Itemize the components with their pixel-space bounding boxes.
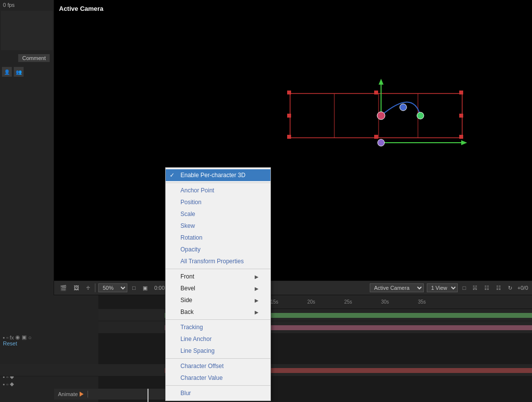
menu-item-bevel[interactable]: Bevel ▶ <box>166 282 270 294</box>
view-option-btn3[interactable]: ☷ <box>482 284 491 292</box>
view-option-btn4[interactable]: ☷ <box>494 284 503 292</box>
svg-point-19 <box>378 139 384 146</box>
svg-rect-5 <box>459 91 463 94</box>
comment-button[interactable]: Comment <box>18 54 50 62</box>
svg-point-17 <box>400 104 407 111</box>
reset-row-1: Reset <box>0 340 165 347</box>
menu-item-line-spacing[interactable]: Line Spacing <box>166 345 270 357</box>
toolbar-divider-1 <box>95 283 95 292</box>
svg-rect-7 <box>459 135 463 139</box>
crop-icon-btn[interactable]: ▣ <box>141 284 149 292</box>
reset-button-1[interactable]: Reset <box>0 340 165 347</box>
menu-item-tracking[interactable]: Tracking <box>166 321 270 333</box>
group-icon[interactable]: 👥 <box>14 67 24 77</box>
svg-point-18 <box>417 112 424 119</box>
menu-item-back[interactable]: Back ▶ <box>166 306 270 318</box>
bevel-submenu-arrow: ▶ <box>255 286 259 291</box>
menu-separator-4 <box>166 358 270 359</box>
exposure-display: +0/0 <box>517 285 528 291</box>
view-option-btn2[interactable]: ☵ <box>471 284 479 292</box>
layer3-icon-3: ◆ <box>10 381 14 387</box>
menu-separator-3 <box>166 319 270 320</box>
viewport-camera-label: Active Camera <box>59 5 103 12</box>
menu-item-position[interactable]: Position <box>166 196 270 208</box>
fps-display: 0 fps <box>0 0 54 10</box>
playhead <box>148 389 148 402</box>
menu-separator-5 <box>166 385 270 386</box>
svg-rect-4 <box>287 91 291 94</box>
time-mark-35s: 35s <box>418 299 426 305</box>
svg-point-16 <box>377 112 385 120</box>
menu-item-side[interactable]: Side ▶ <box>166 294 270 306</box>
person-icon[interactable]: 👤 <box>2 67 12 77</box>
menu-item-blur[interactable]: Blur <box>166 387 270 399</box>
time-mark-25s: 25s <box>344 299 352 305</box>
view-count-select[interactable]: 1 View <box>427 283 458 292</box>
svg-marker-15 <box>461 140 467 145</box>
menu-item-scale[interactable]: Scale <box>166 208 270 220</box>
svg-marker-13 <box>379 79 384 85</box>
view-option-btn1[interactable]: □ <box>461 284 468 292</box>
context-menu: Enable Per-character 3D Anchor Point Pos… <box>165 167 271 401</box>
layer3-icon-2: ▫ <box>6 381 8 387</box>
camera-select[interactable]: Active Camera <box>370 283 424 292</box>
menu-item-skew[interactable]: Skew <box>166 220 270 232</box>
menu-item-character-offset[interactable]: Character Offset <box>166 360 270 372</box>
left-panel-lower: ▪ ▫ fx ◉ ▣ ○ Reset ▶ layer> ▶ ✦ ▪ ▫ ◆ ▪ … <box>0 295 98 402</box>
fit-icon-btn[interactable]: □ <box>130 284 138 292</box>
viewport: Active Camera <box>54 0 532 280</box>
menu-item-rotation[interactable]: Rotation <box>166 232 270 244</box>
layer3-icon-1: ▪ <box>3 381 5 387</box>
animate-divider <box>88 391 88 398</box>
menu-separator-2 <box>166 269 270 269</box>
menu-item-enable-per-character-3d[interactable]: Enable Per-character 3D <box>166 169 270 181</box>
svg-rect-8 <box>287 114 291 118</box>
svg-rect-11 <box>374 135 378 139</box>
menu-item-anchor-point[interactable]: Anchor Point <box>166 185 270 196</box>
svg-rect-0 <box>290 93 462 138</box>
bottom-toolbar: 🎬 🖼 ♱ 50% 100% 25% □ ▣ 0:00:00 Active Ca… <box>54 280 532 295</box>
menu-item-front[interactable]: Front ▶ <box>166 271 270 282</box>
time-mark-30s: 30s <box>381 299 389 305</box>
refresh-btn[interactable]: ↻ <box>506 284 514 292</box>
menu-separator-1 <box>166 183 270 183</box>
time-mark-20s: 20s <box>307 299 315 305</box>
camera-icon-btn[interactable]: 🎬 <box>58 284 69 292</box>
svg-rect-10 <box>374 91 378 94</box>
animate-label: Animate <box>58 391 78 397</box>
side-submenu-arrow: ▶ <box>255 298 259 303</box>
svg-rect-6 <box>287 135 291 139</box>
menu-item-character-value[interactable]: Character Value <box>166 372 270 384</box>
svg-rect-9 <box>459 114 463 118</box>
front-submenu-arrow: ▶ <box>255 274 259 279</box>
menu-item-opacity[interactable]: Opacity <box>166 244 270 255</box>
animate-triangle-icon <box>80 392 84 397</box>
zoom-select[interactable]: 50% 100% 25% <box>98 283 127 292</box>
menu-item-all-transform[interactable]: All Transform Properties <box>166 255 270 267</box>
back-submenu-arrow: ▶ <box>255 309 259 315</box>
3d-icon-btn[interactable]: ♱ <box>84 284 92 292</box>
time-mark-15s: 15s <box>270 299 278 305</box>
layer-icons-row-3: ▪ ▫ ◆ <box>0 379 165 389</box>
monitor-icon-btn[interactable]: 🖼 <box>72 284 81 292</box>
menu-item-line-anchor[interactable]: Line Anchor <box>166 333 270 345</box>
motion-path-svg <box>275 74 482 162</box>
sidebar-icon-row: 👤 👥 <box>0 65 54 79</box>
